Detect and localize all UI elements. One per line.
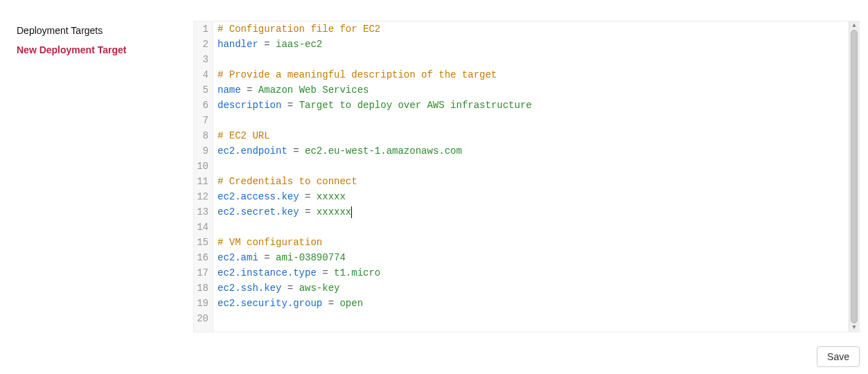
code-line[interactable]: ec2.instance.type = t1.micro	[218, 265, 849, 280]
line-number: 10	[197, 159, 209, 174]
line-number: 7	[197, 113, 209, 128]
code-equals: =	[258, 250, 276, 265]
code-line[interactable]: ec2.security.group = open	[218, 296, 849, 311]
code-comment: # Configuration file for EC2	[218, 21, 380, 37]
code-value: open	[339, 296, 363, 311]
code-line[interactable]	[218, 113, 849, 128]
code-value: Target to deploy over AWS infrastructure	[299, 98, 532, 113]
code-equals: =	[322, 296, 339, 311]
code-line[interactable]: # Configuration file for EC2	[218, 21, 849, 37]
code-equals: =	[281, 280, 299, 296]
code-key: ec2.ssh.key	[218, 280, 281, 296]
line-number: 14	[197, 220, 209, 235]
line-number: 15	[197, 235, 209, 250]
scrollbar[interactable]: ▲ ▼	[849, 21, 859, 332]
sidebar-item-label: Deployment Targets	[17, 25, 103, 36]
code-value: xxxxxx	[317, 204, 351, 220]
code-comment: # Credentials to connect	[218, 174, 357, 189]
code-line[interactable]	[218, 52, 849, 67]
sidebar-item-label: New Deployment Target	[17, 44, 126, 55]
code-line[interactable]: # VM configuration	[218, 235, 849, 250]
code-equals: =	[317, 265, 334, 280]
line-number: 2	[197, 37, 209, 52]
line-number: 18	[197, 280, 209, 296]
code-equals: =	[299, 189, 317, 204]
code-line[interactable]: # Credentials to connect	[218, 174, 849, 189]
sidebar-item-deployment-targets[interactable]: Deployment Targets	[17, 21, 193, 40]
code-line[interactable]: handler = iaas-ec2	[218, 37, 849, 52]
line-number: 20	[197, 311, 209, 326]
code-key: ec2.security.group	[218, 296, 322, 311]
line-number: 12	[197, 189, 209, 204]
code-line[interactable]: ec2.ssh.key = aws-key	[218, 280, 849, 296]
sidebar-item-new-deployment-target[interactable]: New Deployment Target	[17, 40, 193, 60]
code-key: name	[218, 82, 241, 98]
code-line[interactable]: description = Target to deploy over AWS …	[218, 98, 849, 113]
line-number: 17	[197, 265, 209, 280]
code-line[interactable]	[218, 159, 849, 174]
code-key: description	[218, 98, 281, 113]
code-value: Amazon Web Services	[258, 82, 369, 98]
save-button[interactable]: Save	[817, 346, 860, 367]
code-value: aws-key	[299, 280, 340, 296]
line-number: 1	[197, 21, 209, 37]
code-line[interactable]: ec2.ami = ami-03890774	[218, 250, 849, 265]
code-key: ec2.secret.key	[218, 204, 299, 220]
code-line[interactable]	[218, 311, 849, 326]
code-equals: =	[299, 204, 317, 220]
line-number: 5	[197, 82, 209, 98]
code-value: xxxxx	[317, 189, 346, 204]
code-key: ec2.access.key	[218, 189, 299, 204]
code-comment: # VM configuration	[218, 235, 322, 250]
code-value: t1.micro	[334, 265, 380, 280]
code-line[interactable]: ec2.endpoint = ec2.eu-west-1.amazonaws.c…	[218, 143, 849, 159]
save-button-label: Save	[827, 351, 849, 362]
code-line[interactable]: # EC2 URL	[218, 128, 849, 143]
line-number: 13	[197, 204, 209, 220]
scroll-thumb[interactable]	[851, 30, 858, 323]
code-comment: # Provide a meaningful description of th…	[218, 67, 497, 82]
code-equals: =	[258, 37, 276, 52]
line-number: 8	[197, 128, 209, 143]
line-number: 9	[197, 143, 209, 159]
line-number: 11	[197, 174, 209, 189]
code-value: ec2.eu-west-1.amazonaws.com	[305, 143, 462, 159]
sidebar: Deployment Targets New Deployment Target	[17, 21, 193, 367]
line-number: 3	[197, 52, 209, 67]
code-equals: =	[287, 143, 305, 159]
code-key: ec2.instance.type	[218, 265, 317, 280]
code-editor[interactable]: 1234567891011121314151617181920 # Config…	[193, 21, 860, 332]
code-line[interactable]: name = Amazon Web Services	[218, 82, 849, 98]
code-line[interactable]	[218, 220, 849, 235]
line-number: 6	[197, 98, 209, 113]
code-key: ec2.ami	[218, 250, 258, 265]
scroll-down-button[interactable]: ▼	[849, 323, 859, 332]
code-line[interactable]: ec2.access.key = xxxxx	[218, 189, 849, 204]
code-comment: # EC2 URL	[218, 128, 270, 143]
text-cursor	[351, 206, 352, 218]
code-key: handler	[218, 37, 258, 52]
code-equals: =	[281, 98, 299, 113]
code-key: ec2.endpoint	[218, 143, 287, 159]
scroll-up-button[interactable]: ▲	[849, 21, 859, 30]
code-value: ami-03890774	[276, 250, 346, 265]
code-line[interactable]: # Provide a meaningful description of th…	[218, 67, 849, 82]
line-number: 4	[197, 67, 209, 82]
code-equals: =	[241, 82, 258, 98]
code-line[interactable]: ec2.secret.key = xxxxxx	[218, 204, 849, 220]
line-number: 16	[197, 250, 209, 265]
code-value: iaas-ec2	[276, 37, 322, 52]
line-number-gutter: 1234567891011121314151617181920	[194, 21, 213, 332]
code-content[interactable]: # Configuration file for EC2handler = ia…	[213, 21, 849, 332]
line-number: 19	[197, 296, 209, 311]
